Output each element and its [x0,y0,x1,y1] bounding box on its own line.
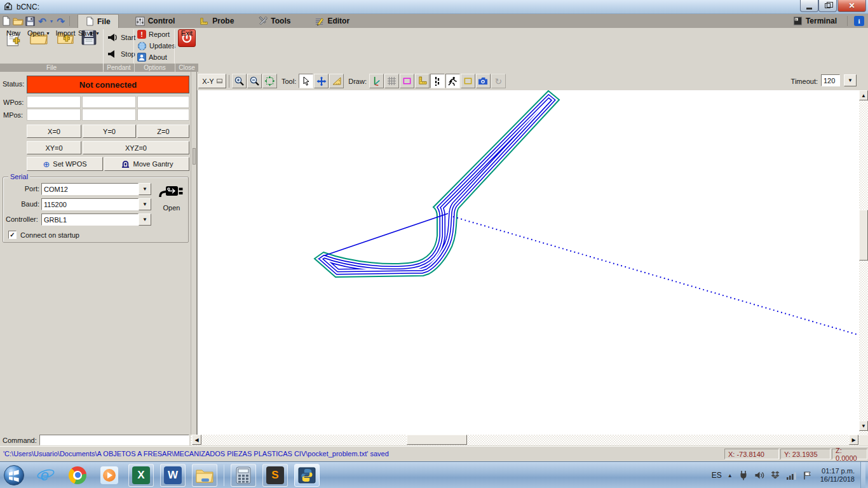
taskbar-sublime-button[interactable]: S [262,464,288,487]
scroll-right-button[interactable]: ▶ [849,435,858,445]
show-desktop-button[interactable] [860,462,865,488]
dropbox-icon[interactable] [770,470,780,480]
draw-rapid-button[interactable] [445,74,460,88]
view-xy-button[interactable]: X-Y [198,74,226,88]
undo-button[interactable]: ↶ [36,14,48,28]
taskbar-python-button[interactable] [294,464,320,487]
taskbar-explorer-button[interactable] [192,464,217,487]
tool-select-button[interactable] [299,74,313,88]
port-dropdown-button[interactable]: ▼ [139,183,151,195]
scrollbar-corner [859,435,868,445]
updates-button[interactable]: Updates [137,40,175,51]
set-wpos-button[interactable]: ⊕ Set WPOS [27,157,103,171]
zero-y-button[interactable]: Y=0 [83,125,136,138]
about-info-button[interactable]: i [850,14,868,28]
power-plug-icon[interactable] [738,470,749,480]
tab-probe[interactable]: Probe [191,14,241,28]
tool-ruler-button[interactable] [329,74,344,88]
quick-save-button[interactable] [24,14,36,28]
quick-new-button[interactable] [0,14,12,28]
taskbar-calculator-button[interactable] [231,464,256,487]
draw-axes-button[interactable] [369,74,384,88]
zero-xyz-button[interactable]: XYZ=0 [83,141,189,154]
pendant-start-button[interactable]: Start [107,30,135,44]
start-button[interactable] [1,464,27,487]
draw-ruler-button[interactable] [415,74,430,88]
canvas-vscrollbar[interactable]: ▲ ▼ [859,90,868,435]
coord-z: Z: 0.0000 [832,449,867,459]
taskbar-clock[interactable]: 01:17 p.m. 16/11/2018 [820,467,855,484]
undo-dropdown-button[interactable]: ▼ [48,14,55,28]
vscroll-thumb[interactable] [859,210,868,261]
draw-margin-button[interactable] [400,74,414,88]
clock-date: 16/11/2018 [820,475,855,484]
zoom-out-icon [249,76,260,86]
titlebar[interactable]: bCNC: ✕ [0,0,868,14]
tool-pan-button[interactable] [314,74,329,88]
wpos-y-value [82,96,136,108]
quick-open-button[interactable] [12,14,24,28]
port-input[interactable] [41,183,139,195]
taskbar-ie-button[interactable]: e [33,464,58,487]
move-gantry-button[interactable]: Move Gantry [104,157,189,171]
hscroll-thumb[interactable] [407,435,467,445]
panel-splitter[interactable] [191,72,197,435]
controller-input[interactable] [41,214,139,226]
draw-workarea-button[interactable] [461,74,475,88]
taskbar-chrome-button[interactable] [65,464,90,487]
restore-button[interactable] [818,0,837,12]
language-indicator[interactable]: ES [712,471,722,480]
about-button[interactable]: About [137,51,167,63]
tab-file[interactable]: File [78,14,119,28]
draw-camera-button[interactable] [476,74,491,88]
new-button[interactable]: New [1,29,25,62]
zero-x-button[interactable]: X=0 [27,125,81,138]
taskbar-mediaplayer-button[interactable] [97,464,122,487]
close-button[interactable]: ✕ [837,0,866,12]
baud-input[interactable] [41,198,139,210]
draw-paths-button[interactable] [430,74,445,88]
taskbar-excel-button[interactable]: X [128,464,154,487]
gcode-canvas[interactable] [197,90,859,435]
timeout-input[interactable] [821,74,840,86]
group-label-pendant: Pendant [104,64,134,72]
terminal-button[interactable]: Terminal [785,14,844,28]
baud-dropdown-button[interactable]: ▼ [139,198,151,210]
volume-icon[interactable] [754,470,764,480]
media-player-icon [100,466,118,484]
tab-tools[interactable]: Tools [250,14,298,28]
network-signal-icon[interactable] [786,471,797,480]
draw-refresh-button[interactable]: ↻ [491,74,506,88]
tab-editor[interactable]: Editor [307,14,357,28]
scroll-left-button[interactable]: ◀ [192,435,201,445]
tab-control[interactable]: Control [128,14,183,28]
tray-overflow-icon[interactable]: ▲ [728,473,733,478]
controller-dropdown-button[interactable]: ▼ [139,214,151,226]
zero-z-button[interactable]: Z=0 [137,125,189,138]
command-input[interactable] [39,435,189,445]
action-center-flag-icon[interactable] [803,471,812,480]
taskbar-divider [224,464,224,486]
zoom-fit-button[interactable] [262,74,277,88]
zoom-out-button[interactable] [247,74,262,88]
exit-button[interactable]: Exit [177,29,197,62]
connect-startup-checkbox[interactable]: ✓ [8,231,17,239]
splitter-handle[interactable] [193,148,196,165]
draw-grid-button[interactable] [384,74,399,88]
serial-open-button[interactable]: Open [156,181,187,226]
canvas-hscrollbar[interactable]: ◀ ▶ [191,435,859,445]
save-button[interactable]: Save▼ [76,29,102,62]
taskbar-word-button[interactable]: W [160,464,186,487]
bcnc-app-icon [3,2,13,11]
open-button[interactable]: Open▼ [25,29,52,62]
pendant-stop-button[interactable]: Stop [107,47,135,61]
zoom-in-button[interactable] [232,74,247,88]
scroll-down-button[interactable]: ▼ [859,421,868,431]
zero-xy-button[interactable]: XY=0 [27,141,81,154]
redo-button[interactable]: ↷ [55,14,67,28]
report-button[interactable]: ! Report [137,29,170,40]
scroll-up-button[interactable]: ▲ [859,90,868,100]
minimize-button[interactable] [800,0,818,12]
import-button[interactable]: Import [53,29,78,62]
timeout-dropdown-button[interactable]: ▼ [844,74,857,86]
